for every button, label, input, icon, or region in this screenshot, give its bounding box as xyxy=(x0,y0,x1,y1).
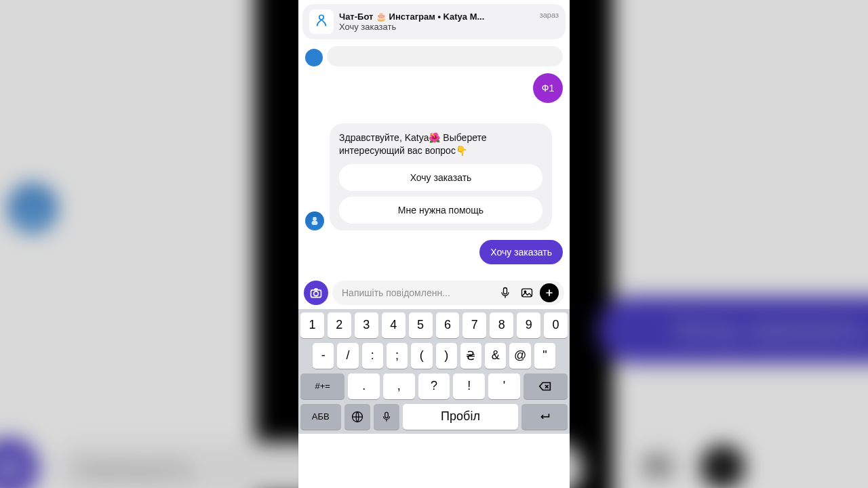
svg-rect-1 xyxy=(25,208,41,218)
svg-point-0 xyxy=(28,198,38,208)
keyboard-key[interactable]: : xyxy=(362,343,383,369)
bot-avatar xyxy=(305,211,324,230)
notification-app-icon xyxy=(309,9,334,34)
notification-banner[interactable]: Чат-Бот 🎂 Инстаграм • Katya M... Хочу за… xyxy=(302,4,566,39)
keyboard-key[interactable]: ) xyxy=(436,343,457,369)
keyboard: 1234567890 -/:;()₴&@" #+=.,?!' АБВПробіл xyxy=(298,309,570,434)
keyboard-key[interactable]: 2 xyxy=(328,312,351,338)
keyboard-key[interactable]: ( xyxy=(411,343,432,369)
keyboard-key[interactable]: " xyxy=(534,343,555,369)
chat-area: Ф1 Здравствуйте, Katya🌺 Выберете интерес… xyxy=(298,43,570,264)
svg-rect-4 xyxy=(592,453,600,468)
svg-rect-16 xyxy=(385,412,389,418)
message-input-placeholder: Напишіть повідомленн... xyxy=(342,287,492,298)
space-key[interactable]: Пробіл xyxy=(403,404,518,430)
message-input[interactable]: Напишіть повідомленн... xyxy=(332,281,564,305)
keyboard-key[interactable]: ? xyxy=(418,373,450,399)
keyboard-key[interactable]: - xyxy=(313,343,334,369)
user-chip-label: Ф1 xyxy=(542,83,554,94)
keyboard-mic-key[interactable] xyxy=(374,404,399,430)
bg-plus-icon xyxy=(701,445,745,488)
keyboard-key[interactable]: 9 xyxy=(517,312,540,338)
user-message-bubble[interactable]: Хочу заказать xyxy=(479,240,563,264)
previous-bot-bubble xyxy=(327,46,563,66)
notification-subtitle: Хочу заказать xyxy=(339,22,534,32)
keyboard-key[interactable]: . xyxy=(348,373,380,399)
svg-point-7 xyxy=(319,15,324,20)
keyboard-abc-key[interactable]: АБВ xyxy=(300,404,341,430)
keyboard-key[interactable]: 5 xyxy=(409,312,433,338)
notification-time: зараз xyxy=(540,11,559,19)
bot-message-text: Здравствуйте, Katya🌺 Выберете интересующ… xyxy=(339,131,542,157)
svg-rect-5 xyxy=(646,456,671,475)
svg-rect-12 xyxy=(504,287,507,293)
user-chip[interactable]: Ф1 xyxy=(533,73,563,103)
return-key[interactable] xyxy=(521,404,568,430)
svg-point-3 xyxy=(4,464,14,474)
keyboard-key[interactable]: 4 xyxy=(382,312,406,338)
globe-key[interactable] xyxy=(344,404,370,430)
phone-frame: Чат-Бот 🎂 Инстаграм • Katya M... Хочу за… xyxy=(298,0,570,488)
quick-reply-button[interactable]: Хочу заказать xyxy=(339,164,542,191)
keyboard-key[interactable]: 6 xyxy=(436,312,460,338)
keyboard-key[interactable]: 8 xyxy=(490,312,513,338)
keyboard-key[interactable]: @ xyxy=(509,343,530,369)
camera-button[interactable] xyxy=(304,281,328,305)
bg-text-fragment: ь xyxy=(580,125,604,169)
keyboard-key[interactable]: ; xyxy=(387,343,408,369)
bg-bot-avatar xyxy=(9,184,56,232)
keyboard-key[interactable]: , xyxy=(383,373,415,399)
bg-user-bubble: Хочу заказать xyxy=(598,296,868,363)
backspace-key[interactable] xyxy=(524,373,568,399)
user-message-text: Хочу заказать xyxy=(490,247,552,258)
keyboard-key[interactable]: & xyxy=(485,343,506,369)
keyboard-key[interactable]: 7 xyxy=(462,312,486,338)
previous-message-row xyxy=(305,46,563,66)
keyboard-key[interactable]: 3 xyxy=(355,312,378,338)
keyboard-key[interactable]: ' xyxy=(488,373,520,399)
bg-image-icon xyxy=(638,445,678,485)
keyboard-key[interactable]: / xyxy=(337,343,358,369)
keyboard-key[interactable]: ! xyxy=(453,373,485,399)
keyboard-key[interactable]: 0 xyxy=(544,312,568,338)
notification-title: Чат-Бот 🎂 Инстаграм • Katya M... xyxy=(339,12,534,22)
bg-mic-icon xyxy=(576,445,616,485)
keyboard-key[interactable]: 1 xyxy=(300,312,324,338)
plus-button[interactable] xyxy=(540,283,559,302)
svg-rect-13 xyxy=(522,289,532,297)
image-icon[interactable] xyxy=(518,284,536,302)
svg-point-8 xyxy=(313,217,317,221)
mic-icon[interactable] xyxy=(496,284,514,302)
bot-avatar-small xyxy=(305,49,323,66)
bot-message-block: Здравствуйте, Katya🌺 Выберете интересующ… xyxy=(305,123,563,230)
quick-reply-button[interactable]: Мне нужна помощь xyxy=(339,197,542,224)
svg-rect-9 xyxy=(312,221,318,225)
composer: Напишіть повідомленн... xyxy=(298,277,570,309)
keyboard-key[interactable]: ₴ xyxy=(460,343,481,369)
keyboard-mode-key[interactable]: #+= xyxy=(300,373,344,399)
svg-point-11 xyxy=(314,291,319,296)
